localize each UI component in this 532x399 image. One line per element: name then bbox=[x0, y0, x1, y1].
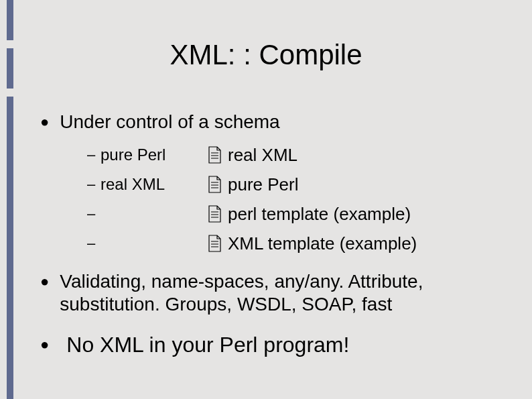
slide-title: XML: : Compile bbox=[0, 39, 532, 71]
bullet-dot: ● bbox=[40, 270, 49, 293]
sub-right: XML template (example) bbox=[228, 233, 417, 254]
sub-left: pure Perl bbox=[101, 146, 201, 164]
bullet-text: Under control of a schema bbox=[60, 111, 279, 133]
dash-icon: – bbox=[87, 205, 101, 223]
document-icon bbox=[201, 205, 228, 223]
bullet-dot: ● bbox=[40, 333, 49, 356]
dash-icon: – bbox=[87, 235, 101, 252]
slide-content: ● Under control of a schema – pure Perl … bbox=[40, 111, 505, 363]
sub-row: – perl template (example) bbox=[87, 199, 505, 229]
bullet-validating: ● Validating, name-spaces, any/any. Attr… bbox=[40, 270, 505, 316]
dash-icon: – bbox=[87, 176, 101, 193]
document-icon bbox=[201, 146, 228, 164]
bullet-text: Validating, name-spaces, any/any. Attrib… bbox=[60, 270, 505, 316]
bullet-under-control: ● Under control of a schema bbox=[40, 111, 505, 133]
document-icon bbox=[201, 235, 228, 252]
sub-right: real XML bbox=[228, 145, 297, 166]
sub-row: – pure Perl real XML bbox=[87, 140, 505, 170]
sub-row: – real XML pure Perl bbox=[87, 170, 505, 199]
sub-right: pure Perl bbox=[228, 174, 299, 195]
sub-list: – pure Perl real XML – real XML pure Per… bbox=[87, 140, 505, 258]
bullet-no-xml: ● No XML in your Perl program! bbox=[40, 333, 505, 356]
bullet-text: No XML in your Perl program! bbox=[66, 333, 349, 356]
dash-icon: – bbox=[87, 146, 101, 164]
sub-right: perl template (example) bbox=[228, 204, 411, 225]
sub-row: – XML template (example) bbox=[87, 229, 505, 258]
sub-left: real XML bbox=[101, 175, 201, 194]
bullet-dot: ● bbox=[40, 111, 49, 133]
document-icon bbox=[201, 176, 228, 193]
